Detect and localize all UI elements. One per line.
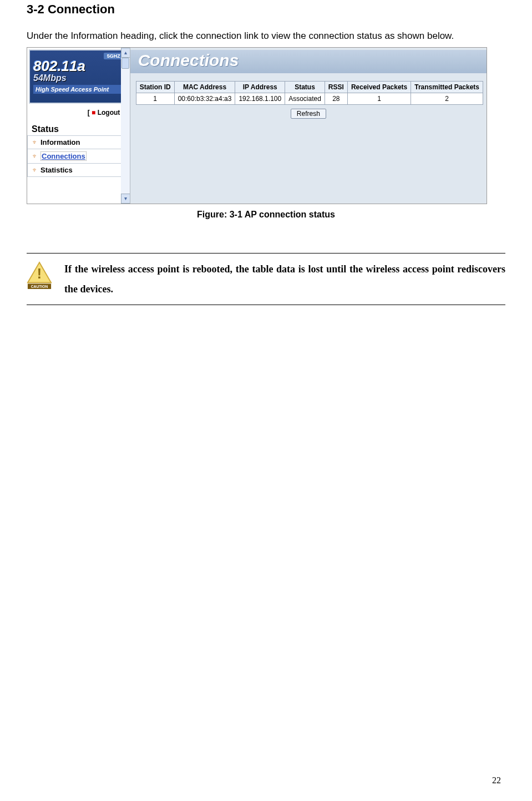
col-rssi: RSSI	[325, 81, 347, 93]
sidebar-item-information[interactable]: ᯤ Information	[27, 136, 130, 149]
brand-banner: 5GHZ 802.11a 54Mbps High Speed Access Po…	[29, 49, 128, 104]
screenshot-sidebar: 5GHZ 802.11a 54Mbps High Speed Access Po…	[27, 48, 130, 204]
logout-row: [ ■ Logout ]	[27, 105, 130, 122]
col-station-id: Station ID	[136, 81, 174, 93]
sidebar-item-connections[interactable]: ᯤ Connections	[27, 149, 130, 164]
col-mac: MAC Address	[174, 81, 235, 93]
screenshot-figure: 5GHZ 802.11a 54Mbps High Speed Access Po…	[27, 47, 487, 204]
connections-title: Connections	[130, 50, 487, 73]
col-ip: IP Address	[235, 81, 285, 93]
scroll-up-icon[interactable]: ▴	[121, 48, 130, 58]
cell-ip: 192.168.1.100	[235, 93, 285, 104]
table-header-row: Station ID MAC Address IP Address Status…	[136, 81, 483, 93]
section-heading: 3-2 Connection	[27, 0, 505, 17]
table-row: 1 00:60:b3:32:a4:a3 192.168.1.100 Associ…	[136, 93, 483, 104]
caution-block: ! CAUTION If the wireless access point i…	[27, 253, 505, 305]
caution-label: CAUTION	[31, 285, 48, 288]
page-number: 22	[492, 775, 501, 785]
cell-mac: 00:60:b3:32:a4:a3	[174, 93, 235, 104]
intro-paragraph: Under the Information heading, click the…	[27, 26, 505, 46]
scroll-track[interactable]	[121, 58, 130, 194]
caution-text: If the wireless access point is rebooted…	[64, 259, 505, 299]
svg-text:!: !	[37, 266, 42, 281]
cell-station-id: 1	[136, 93, 174, 104]
scroll-thumb[interactable]	[121, 58, 129, 69]
status-header: Status	[27, 122, 130, 136]
wifi-icon: ᯤ	[32, 153, 38, 159]
wifi-icon: ᯤ	[32, 166, 38, 173]
sidebar-item-label: Statistics	[40, 166, 73, 174]
sidebar-scrollbar[interactable]: ▴ ▾	[121, 48, 130, 204]
sidebar-item-label: Connections	[40, 151, 87, 161]
brand-line3: High Speed Access Point	[33, 85, 127, 94]
connections-table: Station ID MAC Address IP Address Status…	[136, 81, 483, 105]
cell-rx: 1	[347, 93, 411, 104]
refresh-button[interactable]: Refresh	[291, 109, 326, 119]
screenshot-main-pane: Connections Station ID MAC Address IP Ad…	[130, 48, 487, 204]
brand-line2: 54Mbps	[33, 73, 127, 83]
caution-icon: ! CAUTION	[27, 261, 52, 293]
col-tx: Transmitted Packets	[411, 81, 483, 93]
sidebar-item-label: Information	[40, 138, 80, 146]
cell-status: Associated	[285, 93, 325, 104]
figure-caption: Figure: 3-1 AP connection status	[27, 210, 505, 220]
logout-link[interactable]: Logout	[98, 109, 120, 116]
col-rx: Received Packets	[347, 81, 411, 93]
logout-indicator-icon: ■	[92, 109, 95, 116]
cell-tx: 2	[411, 93, 483, 104]
sidebar-item-statistics[interactable]: ᯤ Statistics	[27, 164, 130, 177]
wifi-icon: ᯤ	[32, 139, 38, 145]
col-status: Status	[285, 81, 325, 93]
scroll-down-icon[interactable]: ▾	[121, 194, 130, 204]
brand-line1: 802.11a	[33, 59, 127, 73]
cell-rssi: 28	[325, 93, 347, 104]
